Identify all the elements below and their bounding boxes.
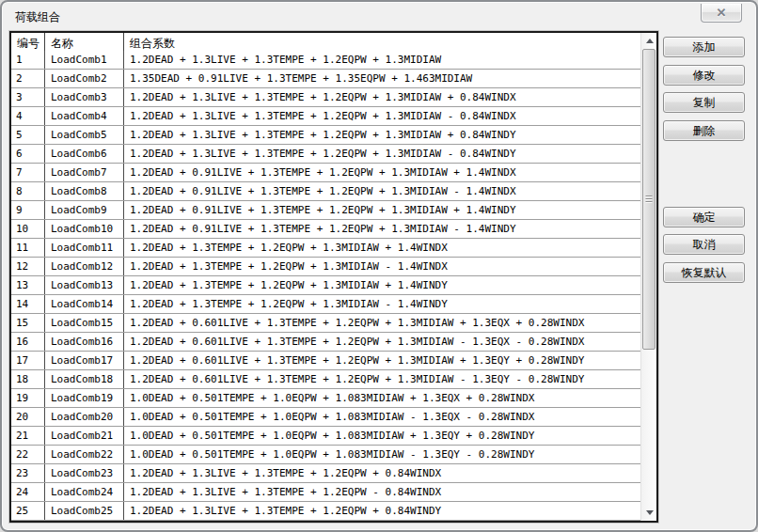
row-name-cell: LoadComb6 bbox=[45, 145, 124, 163]
row-id-cell: 3 bbox=[11, 88, 45, 106]
row-formula-cell: 1.2DEAD + 1.3LIVE + 1.3TEMPE + 1.2EQPW -… bbox=[124, 483, 640, 501]
row-name-cell: LoadComb20 bbox=[45, 408, 124, 426]
row-id-cell: 23 bbox=[11, 464, 45, 482]
column-header-id: 编号 bbox=[11, 33, 45, 51]
arrow-up-icon bbox=[646, 39, 654, 43]
table-row[interactable]: 22 LoadComb22 1.0DEAD + 0.501TEMPE + 1.0… bbox=[11, 446, 640, 464]
table-row[interactable]: 5 LoadComb5 1.2DEAD + 1.3LIVE + 1.3TEMPE… bbox=[11, 126, 640, 145]
row-formula-cell: 1.2DEAD + 0.91LIVE + 1.3TEMPE + 1.2EQPW … bbox=[124, 182, 640, 200]
row-name-cell: LoadComb3 bbox=[45, 88, 124, 106]
row-formula-cell: 1.2DEAD + 0.601LIVE + 1.3TEMPE + 1.2EQPW… bbox=[124, 314, 640, 332]
row-formula-cell: 1.2DEAD + 0.91LIVE + 1.3TEMPE + 1.2EQPW … bbox=[124, 164, 640, 181]
close-button[interactable]: ✕ bbox=[701, 4, 742, 23]
table-row[interactable]: 14 LoadComb14 1.2DEAD + 1.3TEMPE + 1.2EQ… bbox=[11, 295, 640, 314]
table-row[interactable]: 6 LoadComb6 1.2DEAD + 1.3LIVE + 1.3TEMPE… bbox=[11, 145, 640, 164]
row-id-cell: 16 bbox=[11, 333, 45, 351]
row-id-cell: 13 bbox=[11, 276, 45, 294]
copy-button[interactable]: 复制 bbox=[663, 92, 745, 113]
row-id-cell: 8 bbox=[11, 182, 45, 200]
row-name-cell: LoadComb21 bbox=[45, 427, 124, 445]
table-row[interactable]: 7 LoadComb7 1.2DEAD + 0.91LIVE + 1.3TEMP… bbox=[11, 164, 640, 182]
row-name-cell: LoadComb8 bbox=[45, 182, 124, 200]
table-row[interactable]: 17 LoadComb17 1.2DEAD + 0.601LIVE + 1.3T… bbox=[11, 352, 640, 370]
delete-button[interactable]: 删除 bbox=[663, 120, 745, 141]
row-formula-cell: 1.0DEAD + 0.501TEMPE + 1.0EQPW + 1.083MI… bbox=[124, 389, 640, 407]
titlebar: 荷载组合 ✕ bbox=[2, 2, 756, 29]
row-formula-cell: 1.2DEAD + 1.3TEMPE + 1.2EQPW + 1.3MIDIAW… bbox=[124, 239, 640, 257]
table-row[interactable]: 13 LoadComb13 1.2DEAD + 1.3TEMPE + 1.2EQ… bbox=[11, 276, 640, 295]
table-row[interactable]: 21 LoadComb21 1.0DEAD + 0.501TEMPE + 1.0… bbox=[11, 427, 640, 446]
row-name-cell: LoadComb22 bbox=[45, 446, 124, 463]
row-name-cell: LoadComb2 bbox=[45, 70, 124, 87]
scroll-up-button[interactable] bbox=[641, 33, 657, 49]
row-name-cell: LoadComb11 bbox=[45, 239, 124, 257]
dialog-title: 荷载组合 bbox=[15, 9, 60, 25]
row-id-cell: 22 bbox=[11, 446, 45, 463]
row-name-cell: LoadComb18 bbox=[45, 370, 124, 388]
table-row[interactable]: 12 LoadComb12 1.2DEAD + 1.3TEMPE + 1.2EQ… bbox=[11, 258, 640, 276]
row-id-cell: 17 bbox=[11, 352, 45, 369]
row-id-cell: 2 bbox=[11, 70, 45, 87]
row-id-cell: 24 bbox=[11, 483, 45, 501]
column-header-coefficients: 组合系数 bbox=[124, 33, 640, 51]
table-row[interactable]: 16 LoadComb16 1.2DEAD + 0.601LIVE + 1.3T… bbox=[11, 333, 640, 352]
restore-default-button[interactable]: 恢复默认 bbox=[663, 262, 745, 283]
row-id-cell: 10 bbox=[11, 220, 45, 238]
row-id-cell: 4 bbox=[11, 107, 45, 125]
row-name-cell: LoadComb5 bbox=[45, 126, 124, 144]
table-row[interactable]: 24 LoadComb24 1.2DEAD + 1.3LIVE + 1.3TEM… bbox=[11, 483, 640, 502]
row-id-cell: 18 bbox=[11, 370, 45, 388]
row-formula-cell: 1.2DEAD + 1.3LIVE + 1.3TEMPE + 1.2EQPW +… bbox=[124, 107, 640, 125]
column-header-name: 名称 bbox=[45, 33, 124, 51]
load-combination-dialog: 荷载组合 ✕ 编号 名称 组合系数 1 LoadComb1 1.2DEAD + … bbox=[0, 0, 758, 532]
table-row[interactable]: 4 LoadComb4 1.2DEAD + 1.3LIVE + 1.3TEMPE… bbox=[11, 107, 640, 126]
table-row[interactable]: 23 LoadComb23 1.2DEAD + 1.3LIVE + 1.3TEM… bbox=[11, 464, 640, 483]
row-formula-cell: 1.2DEAD + 1.3TEMPE + 1.2EQPW + 1.3MIDIAW… bbox=[124, 258, 640, 275]
row-id-cell: 20 bbox=[11, 408, 45, 426]
table-row[interactable]: 3 LoadComb3 1.2DEAD + 1.3LIVE + 1.3TEMPE… bbox=[11, 88, 640, 107]
table-row[interactable]: 9 LoadComb9 1.2DEAD + 0.91LIVE + 1.3TEMP… bbox=[11, 201, 640, 220]
cancel-button[interactable]: 取消 bbox=[663, 234, 745, 255]
row-formula-cell: 1.2DEAD + 0.601LIVE + 1.3TEMPE + 1.2EQPW… bbox=[124, 352, 640, 369]
table-row[interactable]: 15 LoadComb15 1.2DEAD + 0.601LIVE + 1.3T… bbox=[11, 314, 640, 333]
row-name-cell: LoadComb15 bbox=[45, 314, 124, 332]
row-formula-cell: 1.2DEAD + 1.3LIVE + 1.3TEMPE + 1.2EQPW +… bbox=[124, 88, 640, 106]
row-name-cell: LoadComb1 bbox=[45, 51, 124, 69]
row-formula-cell: 1.2DEAD + 0.91LIVE + 1.3TEMPE + 1.2EQPW … bbox=[124, 220, 640, 238]
vertical-scrollbar[interactable] bbox=[640, 33, 656, 521]
table-row[interactable]: 1 LoadComb1 1.2DEAD + 1.3LIVE + 1.3TEMPE… bbox=[11, 51, 640, 70]
row-formula-cell: 1.2DEAD + 0.91LIVE + 1.3TEMPE + 1.2EQPW … bbox=[124, 201, 640, 219]
row-formula-cell: 1.2DEAD + 1.3LIVE + 1.3TEMPE + 1.2EQPW +… bbox=[124, 464, 640, 482]
table-row[interactable]: 2 LoadComb2 1.35DEAD + 0.91LIVE + 1.3TEM… bbox=[11, 70, 640, 88]
row-name-cell: LoadComb7 bbox=[45, 164, 124, 181]
row-name-cell: LoadComb12 bbox=[45, 258, 124, 275]
close-icon: ✕ bbox=[717, 7, 727, 19]
row-formula-cell: 1.2DEAD + 1.3LIVE + 1.3TEMPE + 1.2EQPW +… bbox=[124, 502, 640, 520]
table-row[interactable]: 18 LoadComb18 1.2DEAD + 0.601LIVE + 1.3T… bbox=[11, 370, 640, 389]
table-row[interactable]: 11 LoadComb11 1.2DEAD + 1.3TEMPE + 1.2EQ… bbox=[11, 239, 640, 258]
table-header: 编号 名称 组合系数 bbox=[11, 33, 640, 52]
row-name-cell: LoadComb24 bbox=[45, 483, 124, 501]
table-row[interactable]: 10 LoadComb10 1.2DEAD + 0.91LIVE + 1.3TE… bbox=[11, 220, 640, 239]
row-name-cell: LoadComb14 bbox=[45, 295, 124, 313]
row-formula-cell: 1.2DEAD + 1.3LIVE + 1.3TEMPE + 1.2EQPW +… bbox=[124, 145, 640, 163]
row-id-cell: 15 bbox=[11, 314, 45, 332]
table-row[interactable]: 8 LoadComb8 1.2DEAD + 0.91LIVE + 1.3TEMP… bbox=[11, 182, 640, 201]
row-formula-cell: 1.2DEAD + 0.601LIVE + 1.3TEMPE + 1.2EQPW… bbox=[124, 370, 640, 388]
add-button[interactable]: 添加 bbox=[663, 37, 745, 57]
row-id-cell: 7 bbox=[11, 164, 45, 181]
row-formula-cell: 1.0DEAD + 0.501TEMPE + 1.0EQPW + 1.083MI… bbox=[124, 446, 640, 463]
table-row[interactable]: 19 LoadComb19 1.0DEAD + 0.501TEMPE + 1.0… bbox=[11, 389, 640, 408]
table-row[interactable]: 20 LoadComb20 1.0DEAD + 0.501TEMPE + 1.0… bbox=[11, 408, 640, 427]
row-id-cell: 6 bbox=[11, 145, 45, 163]
scroll-down-button[interactable] bbox=[641, 505, 657, 521]
row-formula-cell: 1.0DEAD + 0.501TEMPE + 1.0EQPW + 1.083MI… bbox=[124, 408, 640, 426]
table-row[interactable]: 25 LoadComb25 1.2DEAD + 1.3LIVE + 1.3TEM… bbox=[11, 502, 640, 521]
row-name-cell: LoadComb10 bbox=[45, 220, 124, 238]
modify-button[interactable]: 修改 bbox=[663, 65, 745, 86]
ok-button[interactable]: 确定 bbox=[663, 207, 745, 227]
table-body: 1 LoadComb1 1.2DEAD + 1.3LIVE + 1.3TEMPE… bbox=[11, 51, 640, 521]
row-id-cell: 12 bbox=[11, 258, 45, 275]
row-formula-cell: 1.2DEAD + 1.3TEMPE + 1.2EQPW + 1.3MIDIAW… bbox=[124, 295, 640, 313]
scrollbar-thumb[interactable] bbox=[642, 49, 655, 350]
